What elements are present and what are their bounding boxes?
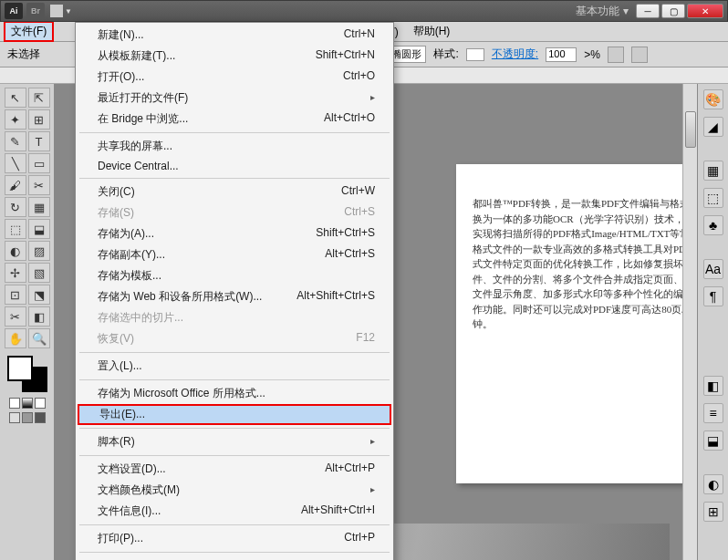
mesh-tool[interactable]: ✢ bbox=[5, 263, 26, 283]
screen-mode-2-icon[interactable] bbox=[22, 412, 33, 423]
menu-item[interactable]: 文档设置(D)...Alt+Ctrl+P bbox=[76, 459, 393, 480]
zoom-tool[interactable]: 🔍 bbox=[28, 328, 50, 348]
menu-item-shortcut: Ctrl+S bbox=[344, 205, 375, 221]
menu-item[interactable]: 新建(N)...Ctrl+N bbox=[76, 25, 393, 46]
character-icon[interactable]: Aa bbox=[703, 259, 723, 279]
menu-item[interactable]: 最近打开的文件(F) bbox=[76, 88, 393, 109]
opacity-label[interactable]: 不透明度: bbox=[492, 47, 538, 62]
close-button[interactable]: ✕ bbox=[687, 4, 723, 18]
menu-item-label: 在 Bridge 中浏览... bbox=[98, 111, 188, 127]
blend-tool[interactable]: ⬔ bbox=[28, 285, 50, 305]
brush-tool[interactable]: 🖌 bbox=[5, 175, 26, 195]
menu-item[interactable]: 存储为(A)...Shift+Ctrl+S bbox=[76, 223, 393, 244]
width-tool[interactable]: ⬚ bbox=[5, 219, 26, 239]
artboard[interactable]: 都叫兽™PDF转换，是一款集PDF文件编辑与格式转换为一体的多功能OCR（光学字… bbox=[456, 164, 697, 483]
menu-item[interactable]: 存储为 Microsoft Office 所用格式... bbox=[76, 383, 393, 404]
maximize-button[interactable]: ▢ bbox=[661, 4, 685, 18]
graph-tool[interactable]: ◧ bbox=[28, 306, 50, 327]
menu-item[interactable]: 打印(P)...Ctrl+P bbox=[76, 528, 393, 549]
menu-separator bbox=[79, 178, 390, 179]
rotate-tool[interactable]: ↻ bbox=[5, 197, 26, 217]
menu-item-label: 恢复(V) bbox=[98, 331, 134, 347]
symbols-icon[interactable]: ♣ bbox=[703, 215, 723, 235]
app-badge-br[interactable]: Br bbox=[26, 3, 45, 19]
menu-item[interactable]: 导出(E)... bbox=[78, 404, 391, 425]
appearance-icon[interactable]: ◐ bbox=[703, 474, 723, 494]
menu-item[interactable]: 文件信息(I)...Alt+Shift+Ctrl+I bbox=[76, 501, 393, 522]
color-panel-icon[interactable]: 🎨 bbox=[703, 89, 723, 109]
menu-item[interactable]: Device Central... bbox=[76, 157, 393, 175]
opt-icon-2[interactable] bbox=[631, 47, 648, 63]
menu-item[interactable]: 共享我的屏幕... bbox=[76, 136, 393, 157]
menu-item[interactable]: 脚本(R) bbox=[76, 431, 393, 452]
scale-tool[interactable]: ▦ bbox=[28, 197, 50, 217]
eyedropper-tool[interactable]: ⊡ bbox=[5, 285, 26, 305]
scrollbar-thumb[interactable] bbox=[685, 111, 696, 148]
paragraph-icon[interactable]: ¶ bbox=[703, 286, 723, 306]
menu-item-shortcut: Shift+Ctrl+N bbox=[316, 48, 375, 64]
workspace-switcher[interactable]: 基本功能 ▾ bbox=[576, 4, 629, 19]
arrange-dropdown-icon[interactable]: ▼ bbox=[65, 7, 72, 16]
symbol-tool[interactable]: ✂ bbox=[5, 306, 26, 327]
color-guide-icon[interactable]: ◢ bbox=[703, 117, 723, 137]
menu-separator bbox=[79, 455, 390, 456]
submenu-arrow-icon bbox=[370, 482, 375, 498]
shape-builder-tool[interactable]: ◐ bbox=[5, 241, 26, 261]
menu-item-label: 文档颜色模式(M) bbox=[98, 482, 180, 498]
gradient-panel-icon[interactable]: ≡ bbox=[703, 403, 723, 423]
vertical-scrollbar[interactable] bbox=[682, 84, 697, 560]
gradient-tool[interactable]: ▧ bbox=[28, 263, 50, 283]
menu-item[interactable]: 关闭(C)Ctrl+W bbox=[76, 181, 393, 202]
hand-tool[interactable]: ✋ bbox=[5, 328, 26, 348]
menu-item[interactable]: 打开(O)...Ctrl+O bbox=[76, 67, 393, 88]
pen-tool[interactable]: ✎ bbox=[5, 131, 26, 151]
style-swatch[interactable] bbox=[466, 48, 484, 61]
free-transform-tool[interactable]: ⬓ bbox=[28, 219, 50, 239]
minimize-button[interactable]: ─ bbox=[636, 4, 660, 18]
opt-icon-1[interactable] bbox=[608, 47, 624, 63]
screen-mode-3-icon[interactable] bbox=[35, 412, 46, 423]
menu-item[interactable]: 文档颜色模式(M) bbox=[76, 480, 393, 501]
fill-stroke-swatch[interactable] bbox=[7, 356, 47, 392]
selection-tool[interactable]: ↖ bbox=[5, 88, 26, 108]
stroke-panel-icon[interactable]: ◧ bbox=[703, 376, 723, 396]
menu-item: 存储(S)Ctrl+S bbox=[76, 202, 393, 223]
menu-help[interactable]: 帮助(H) bbox=[406, 21, 458, 42]
rectangle-tool[interactable]: ▭ bbox=[28, 153, 50, 173]
swatches-icon[interactable]: ▦ bbox=[703, 161, 723, 181]
opacity-input[interactable]: 100 bbox=[546, 47, 577, 62]
brushes-icon[interactable]: ⬚ bbox=[703, 188, 723, 208]
none-mode-icon[interactable] bbox=[35, 398, 46, 409]
menu-item[interactable]: 存储为 Web 和设备所用格式(W)...Alt+Shift+Ctrl+S bbox=[76, 286, 393, 307]
magic-wand-tool[interactable]: ✦ bbox=[5, 109, 26, 130]
menu-item-shortcut: Alt+Ctrl+S bbox=[325, 247, 375, 263]
gradient-mode-icon[interactable] bbox=[22, 398, 33, 409]
arrange-docs-icon[interactable] bbox=[50, 5, 63, 17]
perspective-tool[interactable]: ▨ bbox=[28, 241, 50, 261]
menu-file[interactable]: 文件(F) bbox=[4, 21, 54, 42]
fill-swatch[interactable] bbox=[7, 356, 33, 381]
color-mode-icon[interactable] bbox=[9, 398, 20, 409]
menu-item[interactable]: 置入(L)... bbox=[76, 356, 393, 377]
direct-selection-tool[interactable]: ⇱ bbox=[28, 88, 50, 108]
menu-item[interactable]: 在 Bridge 中浏览...Alt+Ctrl+O bbox=[76, 109, 393, 130]
menu-item-label: 脚本(R) bbox=[98, 434, 135, 450]
line-tool[interactable]: ╲ bbox=[5, 153, 26, 173]
lasso-tool[interactable]: ⊞ bbox=[28, 109, 50, 130]
menu-item[interactable]: 存储为模板... bbox=[76, 265, 393, 286]
transparency-icon[interactable]: ⬓ bbox=[703, 430, 723, 451]
menu-separator bbox=[79, 379, 390, 380]
menu-item[interactable]: 存储副本(Y)...Alt+Ctrl+S bbox=[76, 244, 393, 265]
menu-item-label: 导出(E)... bbox=[99, 407, 145, 422]
menu-item: 恢复(V)F12 bbox=[76, 328, 393, 349]
type-tool[interactable]: T bbox=[28, 131, 50, 151]
graphic-styles-icon[interactable]: ⊞ bbox=[703, 502, 723, 522]
menu-separator bbox=[79, 524, 390, 525]
menu-item-shortcut: Ctrl+N bbox=[344, 27, 375, 43]
menu-item[interactable]: 退出(X)Ctrl+Q bbox=[76, 555, 393, 560]
menu-item-label: 新建(N)... bbox=[98, 27, 144, 43]
menu-item-label: 文档设置(D)... bbox=[98, 461, 166, 477]
pencil-tool[interactable]: ✂ bbox=[28, 175, 50, 195]
screen-mode-icon[interactable] bbox=[9, 412, 20, 423]
menu-item[interactable]: 从模板新建(T)...Shift+Ctrl+N bbox=[76, 46, 393, 67]
